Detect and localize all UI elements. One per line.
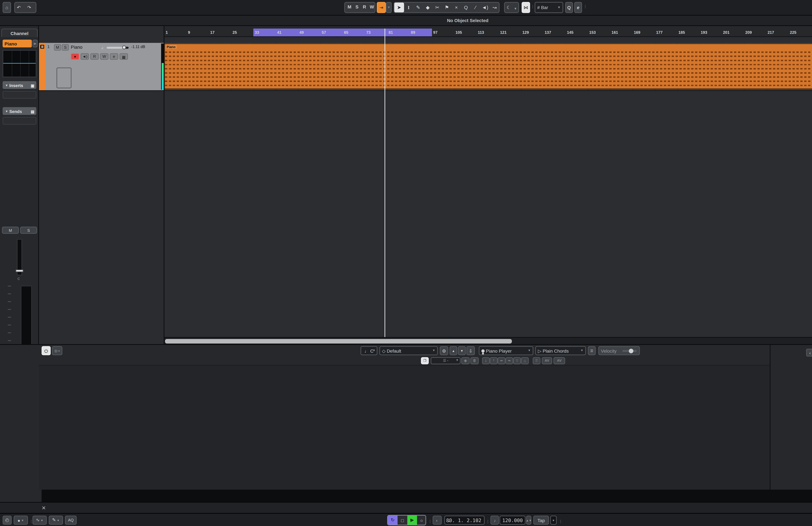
event-piano[interactable]: Piano	[164, 44, 812, 89]
close-lower-zone-button[interactable]: ✕	[42, 505, 46, 511]
zoom-tool[interactable]: Q	[461, 3, 471, 12]
midi-input-icon[interactable]: ◉	[461, 357, 470, 364]
velocity-slider-group[interactable]: Velocity	[598, 346, 640, 355]
player-dropdown[interactable]: Piano Player▼	[479, 346, 533, 355]
player-mode-dropdown[interactable]: ▷ Plain Chords▼	[535, 346, 586, 355]
auto-quantize-button[interactable]: AQ	[65, 516, 77, 525]
tap-tempo-button[interactable]: Tap	[533, 516, 549, 525]
trash-icon[interactable]: 🗑	[470, 357, 479, 364]
inserts-bypass-icon[interactable]: ▣	[31, 83, 34, 87]
range-selection-tool[interactable]: I	[404, 3, 414, 12]
audio-activity-dropdown[interactable]: ∿ ▼	[32, 516, 47, 525]
timeline-ruler[interactable]: 1917253341495765738189971051131211291371…	[164, 29, 812, 37]
mute-tool[interactable]: ∕	[470, 3, 480, 12]
insert-slot-empty[interactable]	[3, 91, 37, 99]
curve-tool[interactable]: ◆	[423, 3, 433, 12]
object-selection-tool[interactable]: ➤	[394, 3, 404, 12]
player-setup-button[interactable]: ☰	[588, 346, 596, 355]
grid-type-dropdown[interactable]: # Bar ▼	[535, 2, 563, 13]
tempo-track-icon[interactable]: ♪	[491, 516, 499, 525]
root-key-dropdown[interactable]: ♩ C▼	[361, 346, 377, 355]
color-tool-button[interactable]: ☾	[507, 5, 511, 10]
tempo-display[interactable]: 120.000	[499, 516, 525, 525]
draw-tool[interactable]: ✎	[414, 3, 423, 12]
shift-octave-up-button[interactable]: ⇡	[490, 357, 497, 364]
playhead[interactable]	[385, 29, 385, 337]
midi-activity-dropdown[interactable]: ✎ ▼	[49, 516, 63, 525]
position-display[interactable]: ♩ 80. 1. 2.102	[444, 516, 484, 525]
sends-bypass-icon[interactable]: ▤	[31, 109, 34, 113]
audition-tool[interactable]: ◄)	[480, 3, 490, 12]
cycle-button[interactable]: ↻	[388, 516, 397, 525]
track-lane-piano[interactable]: Piano	[164, 43, 812, 91]
channel-fader[interactable]	[17, 239, 22, 275]
lock-icon[interactable]: ⚿	[533, 357, 540, 364]
stop-button[interactable]: □	[397, 516, 407, 525]
global-m-button[interactable]: M	[346, 4, 353, 10]
global-s-button[interactable]: S	[354, 4, 360, 10]
autoscroll-options-dropdown[interactable]: ▼	[386, 2, 392, 13]
mute-button[interactable]: M	[54, 44, 61, 50]
transpose-up-button[interactable]: ▲	[450, 346, 457, 355]
chord-pads-power-button[interactable]: ⏻	[42, 346, 51, 355]
channel-solo-button[interactable]: S	[20, 227, 37, 234]
velocity-slider[interactable]	[622, 350, 637, 352]
adaptive-voicing-button[interactable]: AV	[542, 357, 552, 364]
track-name[interactable]: Piano	[71, 45, 83, 49]
voicing-up-button[interactable]: △	[521, 357, 529, 364]
read-button[interactable]: R	[90, 53, 99, 60]
edit-channel-button[interactable]: e	[110, 53, 118, 60]
track-extra-button[interactable]: ▦	[119, 53, 128, 60]
line-tool[interactable]: ↝	[490, 3, 499, 12]
quantize-button[interactable]: Q	[565, 2, 573, 13]
horizontal-scrollbar[interactable]	[164, 337, 812, 344]
monitor-button[interactable]: ◄)	[81, 53, 89, 60]
snap-button[interactable]: ⋈	[522, 2, 530, 13]
pads-remote-dropdown[interactable]: ☰ -▼	[431, 357, 461, 364]
preset-dropdown[interactable]: ◇ Default▼	[379, 346, 438, 355]
record-mode-dropdown[interactable]: ● ▼	[14, 516, 28, 525]
color-tool-dropdown[interactable]: ▼	[514, 6, 517, 10]
adaptive-voicing-reference-button[interactable]: AV	[553, 357, 565, 364]
tab-channel[interactable]: Channel	[1, 29, 38, 37]
fader-handle[interactable]	[16, 269, 24, 272]
piano-keyboard[interactable]	[42, 490, 812, 502]
save-preset-button[interactable]: ⇩	[466, 346, 475, 355]
track-picture[interactable]	[57, 68, 71, 88]
shift-left-button[interactable]: ⬅	[497, 357, 505, 364]
event-display[interactable]: Piano	[164, 37, 812, 337]
redo-icon[interactable]: ↷	[27, 5, 31, 10]
chord-pads-output-button[interactable]: ▥➜	[52, 346, 62, 355]
sends-section-header[interactable]: ▼ Sends▤	[3, 107, 37, 115]
chord-pads-display-button[interactable]: ❐	[421, 357, 429, 364]
shift-octave-down-button[interactable]: ⇣	[482, 357, 490, 364]
inspector-track-name[interactable]: Piano	[3, 40, 32, 47]
split-tool[interactable]: ✂	[433, 3, 442, 12]
erase-tool[interactable]: ×	[452, 3, 461, 12]
send-slot-empty[interactable]	[3, 117, 37, 125]
undo-icon[interactable]: ↶	[17, 5, 21, 10]
autoscroll-button[interactable]: ⇥	[377, 2, 386, 13]
inserts-section-header[interactable]: ▼ Inserts▣	[3, 81, 37, 89]
time-display-format-button[interactable]: ◴	[3, 516, 12, 525]
hub-home-button[interactable]: ⌂	[3, 2, 11, 13]
glue-tool[interactable]: ⚑	[442, 3, 452, 12]
global-w-button[interactable]: W	[369, 4, 375, 10]
tempo-mode-dropdown[interactable]: ▼	[550, 516, 557, 525]
track-header-piano[interactable]: 1MSPiano◢-1.11 dB●◄)RWe▦	[39, 43, 164, 91]
channel-mute-button[interactable]: M	[2, 227, 19, 234]
tempo-spinner[interactable]: ▲▼	[526, 516, 531, 525]
chord-pads-settings-button[interactable]: ⚙	[440, 346, 448, 355]
solo-button[interactable]: S	[62, 44, 69, 50]
edit-channel-settings-button[interactable]: ⊳	[32, 40, 38, 47]
horizontal-scroll-thumb[interactable]	[165, 339, 512, 344]
eq-curve-display[interactable]	[3, 50, 37, 77]
transpose-down-button[interactable]: ▼	[458, 346, 466, 355]
record-enable-button[interactable]: ●	[71, 53, 79, 60]
write-button[interactable]: W	[100, 53, 108, 60]
prev-assistant-button[interactable]: ‹	[806, 349, 812, 356]
shift-right-button[interactable]: ➡	[505, 357, 513, 364]
voicing-down-button[interactable]: ▽	[513, 357, 521, 364]
global-r-button[interactable]: R	[361, 4, 368, 10]
record-button[interactable]: ○	[417, 516, 426, 525]
